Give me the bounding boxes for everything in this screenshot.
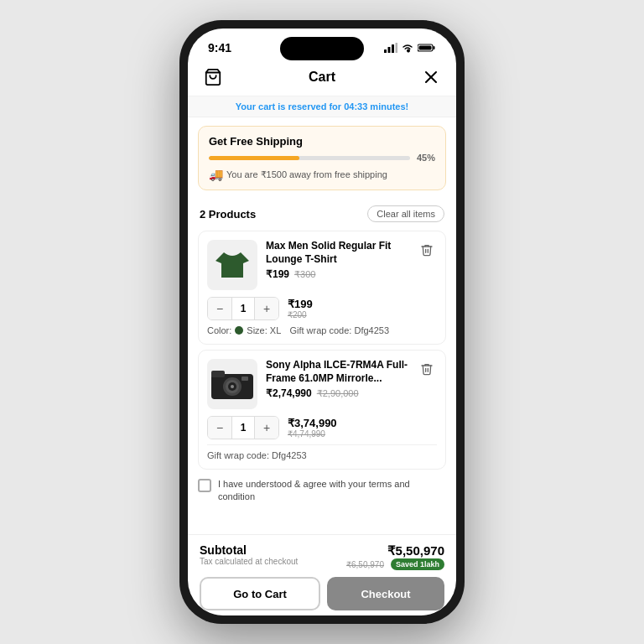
phone-screen: 9:41: [188, 29, 456, 615]
progress-label: 45%: [417, 153, 435, 163]
checkout-button[interactable]: Checkout: [327, 577, 444, 610]
product-price-1: ₹199: [266, 268, 289, 280]
qty-minus-2[interactable]: −: [208, 417, 231, 439]
scroll-area[interactable]: Get Free Shipping 45% 🚚 You are ₹1500 aw…: [188, 117, 456, 534]
qty-value-1: 1: [231, 298, 255, 319]
product-pricing-1: ₹199 ₹300: [266, 268, 408, 280]
saved-badge: Saved 1lakh: [391, 558, 444, 570]
subtotal-label: Subtotal: [200, 543, 298, 557]
tshirt-image: [211, 244, 253, 286]
progress-row: 45%: [209, 153, 435, 163]
svg-rect-6: [419, 46, 432, 50]
progress-fill: [209, 156, 299, 160]
svg-rect-11: [211, 371, 225, 377]
original-amount: ₹6,50,970: [346, 560, 384, 569]
svg-rect-0: [384, 49, 387, 53]
product-name-1: Max Men Solid Regular Fit Lounge T-Shirt: [266, 240, 408, 266]
qty-value-2: 1: [231, 417, 255, 439]
status-time: 9:41: [208, 41, 231, 55]
shipping-title: Get Free Shipping: [209, 135, 435, 148]
reservation-bar: Your cart is reserved for 04:33 minutes!: [188, 96, 456, 117]
screen-content: Cart Your cart is reserved for 04:33 min…: [188, 59, 456, 615]
svg-rect-5: [434, 46, 435, 49]
final-price-1: ₹199: [288, 298, 313, 310]
svg-point-15: [231, 385, 234, 388]
qty-price-1: ₹199 ₹200: [288, 298, 313, 319]
svg-rect-3: [396, 43, 398, 53]
svg-rect-16: [242, 377, 248, 381]
top-nav: Cart: [188, 59, 456, 96]
subtotal-left: Subtotal Tax calculated at checkout: [200, 543, 298, 566]
action-row: Go to Cart Checkout: [200, 577, 444, 610]
battery-icon: [418, 43, 436, 53]
products-header: 2 Products Clear all items: [188, 199, 456, 226]
qty-row-2: − 1 + ₹3,74,990 ₹4,74,990: [207, 416, 437, 439]
product-meta-1: Color: Size: XL Gift wrap code: Dfg4253: [207, 325, 437, 335]
svg-rect-1: [388, 47, 391, 53]
product-card-1: Max Men Solid Regular Fit Lounge T-Shirt…: [198, 231, 446, 345]
close-button[interactable]: [419, 65, 443, 89]
product-image-1: [207, 240, 257, 290]
product-card-2: Sony Alpha ILCE-7RM4A Full-Frame 61.0MP …: [198, 350, 446, 470]
gift-code-2: Gift wrap code: Dfg4253: [207, 444, 437, 460]
product-image-2: [207, 359, 257, 409]
signal-icon: [384, 43, 397, 53]
subtotal-right: ₹5,50,970 ₹6,50,970 Saved 1lakh: [346, 543, 444, 570]
product-row-2: Sony Alpha ILCE-7RM4A Full-Frame 61.0MP …: [207, 359, 437, 409]
terms-row: I have understood & agree with your term…: [198, 478, 446, 504]
product-price-2: ₹2,74,990: [266, 387, 312, 399]
delete-product-2[interactable]: [417, 359, 437, 379]
cart-nav-icon[interactable]: [201, 65, 225, 89]
final-price-2: ₹3,74,990: [288, 417, 337, 429]
wifi-icon: [402, 43, 413, 53]
truck-icon: 🚚: [209, 168, 223, 181]
subtotal-amount: ₹5,50,970: [346, 543, 444, 558]
bottom-section: Subtotal Tax calculated at checkout ₹5,5…: [188, 534, 456, 615]
dynamic-island: [280, 37, 364, 60]
qty-control-2: − 1 +: [207, 416, 279, 439]
phone-frame: 9:41: [179, 20, 465, 624]
go-to-cart-button[interactable]: Go to Cart: [200, 577, 320, 610]
progress-bar: [209, 156, 410, 160]
page-title: Cart: [309, 70, 335, 85]
product-orig-price-1: ₹300: [294, 269, 315, 280]
final-price-orig-2: ₹4,74,990: [288, 429, 337, 439]
qty-control-1: − 1 +: [207, 297, 279, 320]
reservation-timer: 04:33: [344, 101, 367, 112]
qty-plus-1[interactable]: +: [255, 298, 278, 319]
qty-row-1: − 1 + ₹199 ₹200: [207, 297, 437, 320]
terms-checkbox[interactable]: [198, 479, 211, 492]
svg-rect-2: [392, 44, 394, 53]
product-name-2: Sony Alpha ILCE-7RM4A Full-Frame 61.0MP …: [266, 359, 408, 385]
delete-product-1[interactable]: [417, 240, 437, 260]
subtotal-row: Subtotal Tax calculated at checkout ₹5,5…: [200, 543, 444, 570]
qty-price-2: ₹3,74,990 ₹4,74,990: [288, 417, 337, 439]
qty-minus-1[interactable]: −: [208, 298, 231, 319]
terms-text: I have understood & agree with your term…: [218, 478, 446, 504]
subtotal-sublabel: Tax calculated at checkout: [200, 557, 298, 566]
products-count: 2 Products: [200, 208, 256, 221]
product-info-1: Max Men Solid Regular Fit Lounge T-Shirt…: [266, 240, 408, 290]
product-info-2: Sony Alpha ILCE-7RM4A Full-Frame 61.0MP …: [266, 359, 408, 409]
product-row-1: Max Men Solid Regular Fit Lounge T-Shirt…: [207, 240, 437, 290]
clear-all-button[interactable]: Clear all items: [367, 205, 444, 222]
product-pricing-2: ₹2,74,990 ₹2,90,000: [266, 387, 408, 399]
product-orig-price-2: ₹2,90,000: [317, 388, 359, 399]
shipping-note: 🚚 You are ₹1500 away from free shipping: [209, 168, 435, 181]
status-icons: [384, 43, 436, 53]
subtotal-savings-row: ₹6,50,970 Saved 1lakh: [346, 558, 444, 570]
camera-image: [210, 366, 255, 402]
color-dot-1: [235, 326, 243, 335]
final-price-orig-1: ₹200: [288, 310, 313, 319]
qty-plus-2[interactable]: +: [255, 417, 278, 439]
shipping-card: Get Free Shipping 45% 🚚 You are ₹1500 aw…: [198, 126, 446, 190]
